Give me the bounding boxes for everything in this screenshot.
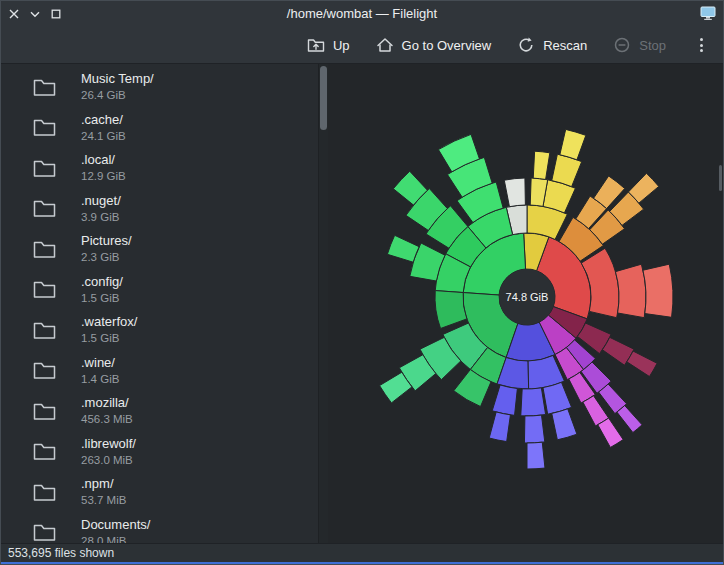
folder-up-icon (307, 37, 325, 53)
item-size: 1.5 GiB (81, 291, 123, 306)
sidebar-scrollbar[interactable] (318, 64, 328, 543)
stop-label: Stop (639, 38, 666, 53)
folder-icon (33, 361, 56, 380)
list-item[interactable]: Music Temp/26.4 GiB (1, 67, 318, 108)
chart-segment[interactable] (533, 151, 550, 179)
stop-icon (613, 36, 631, 54)
close-icon (9, 9, 19, 19)
folder-icon (33, 118, 56, 137)
list-item[interactable]: .local/12.9 GiB (1, 148, 318, 189)
folder-icon (33, 402, 56, 421)
chart-segment[interactable] (527, 442, 545, 469)
folder-icon (33, 442, 56, 461)
overflow-menu-button[interactable] (694, 34, 709, 56)
folder-icon (33, 199, 56, 218)
folder-list: Music Temp/26.4 GiB.cache/24.1 GiB.local… (1, 67, 318, 543)
chart-segment[interactable] (560, 129, 586, 159)
item-name: .waterfox/ (81, 314, 137, 331)
list-item[interactable]: .config/1.5 GiB (1, 270, 318, 311)
item-name: .npm/ (81, 476, 126, 493)
statusbar: 553,695 files shown (1, 543, 723, 564)
chart-segment[interactable] (598, 418, 623, 447)
chart-segment[interactable] (615, 264, 646, 317)
folder-icon (33, 240, 56, 259)
up-label: Up (333, 38, 350, 53)
stop-button[interactable]: Stop (613, 36, 666, 54)
item-name: .librewolf/ (81, 436, 136, 453)
toolbar: Up Go to Overview Rescan Stop (1, 27, 723, 64)
chart-segment[interactable] (627, 351, 657, 377)
main-content: Music Temp/26.4 GiB.cache/24.1 GiB.local… (1, 64, 723, 543)
scrollbar-thumb[interactable] (320, 66, 327, 130)
list-item[interactable]: Documents/28.0 MiB (1, 513, 318, 544)
item-name: .mozilla/ (81, 395, 133, 412)
list-item[interactable]: .nuget/3.9 GiB (1, 189, 318, 230)
folder-icon (33, 483, 56, 502)
up-button[interactable]: Up (307, 37, 350, 53)
chart-segment[interactable] (524, 415, 544, 443)
window-app-icon (700, 6, 716, 25)
home-icon (376, 37, 394, 53)
folder-sidebar: Music Temp/26.4 GiB.cache/24.1 GiB.local… (1, 64, 318, 543)
window-title: /home/wombat — Filelight (1, 1, 723, 27)
folder-icon (33, 523, 56, 542)
item-name: .cache/ (81, 112, 126, 129)
chart-scrollbar-thumb[interactable] (719, 165, 722, 191)
kebab-dot (700, 44, 703, 47)
item-name: .wine/ (81, 355, 119, 372)
filelight-window: /home/wombat — Filelight Up Go to Overvi… (0, 0, 724, 565)
item-size: 3.9 GiB (81, 210, 121, 225)
folder-icon (33, 321, 56, 340)
maximize-icon (51, 9, 61, 19)
folder-icon (33, 280, 56, 299)
sunburst-chart: 74.8 GiB (328, 64, 723, 543)
item-size: 2.3 GiB (81, 250, 132, 265)
list-item[interactable]: .waterfox/1.5 GiB (1, 310, 318, 351)
item-size: 263.0 MiB (81, 453, 136, 468)
refresh-icon (517, 36, 535, 54)
chevron-down-icon (30, 11, 40, 18)
go-to-overview-label: Go to Overview (402, 38, 492, 53)
rescan-button[interactable]: Rescan (517, 36, 587, 54)
kebab-dot (700, 38, 703, 41)
item-name: .nuget/ (81, 193, 121, 210)
item-size: 12.9 GiB (81, 169, 126, 184)
list-item[interactable]: .npm/53.7 MiB (1, 472, 318, 513)
chart-segment[interactable] (504, 178, 525, 207)
chart-center-label: 74.8 GiB (506, 291, 549, 303)
item-name: Pictures/ (81, 233, 132, 250)
folder-icon (33, 159, 56, 178)
list-item[interactable]: .cache/24.1 GiB (1, 108, 318, 149)
item-name: .local/ (81, 152, 126, 169)
item-size: 28.0 MiB (81, 534, 150, 543)
item-size: 26.4 GiB (81, 88, 154, 103)
list-item[interactable]: .mozilla/456.3 MiB (1, 391, 318, 432)
close-button[interactable] (9, 9, 19, 19)
item-size: 24.1 GiB (81, 129, 126, 144)
chart-segment[interactable] (617, 406, 642, 433)
status-text: 553,695 files shown (8, 546, 114, 560)
kebab-dot (700, 49, 703, 52)
item-name: .config/ (81, 274, 123, 291)
item-name: Music Temp/ (81, 71, 154, 88)
shade-button[interactable] (30, 11, 40, 18)
item-size: 53.7 MiB (81, 493, 126, 508)
titlebar: /home/wombat — Filelight (1, 1, 723, 27)
chart-segment[interactable] (435, 291, 467, 329)
rescan-label: Rescan (543, 38, 587, 53)
chart-segment[interactable] (489, 412, 510, 442)
chart-segment[interactable] (552, 409, 577, 440)
list-item[interactable]: Pictures/2.3 GiB (1, 229, 318, 270)
display-icon (700, 6, 716, 21)
go-to-overview-button[interactable]: Go to Overview (376, 37, 492, 53)
chart-segment[interactable] (387, 235, 419, 262)
maximize-button[interactable] (51, 9, 61, 19)
item-size: 1.4 GiB (81, 372, 119, 387)
list-item[interactable]: .librewolf/263.0 MiB (1, 432, 318, 473)
chart-segment[interactable] (521, 388, 546, 416)
item-name: Documents/ (81, 517, 150, 534)
item-size: 1.5 GiB (81, 331, 137, 346)
list-item[interactable]: .wine/1.4 GiB (1, 351, 318, 392)
chart-segment[interactable] (492, 385, 517, 415)
chart-segment[interactable] (643, 264, 673, 317)
